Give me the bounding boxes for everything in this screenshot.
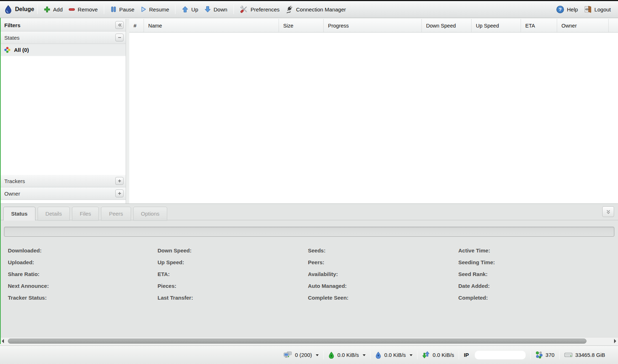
column-header-size[interactable]: Size (279, 19, 324, 32)
field-eta: ETA: (158, 268, 308, 280)
tab-files[interactable]: Files (72, 207, 99, 221)
pause-icon (110, 6, 117, 13)
statusbar-separator (370, 351, 371, 359)
toolbar-separator (233, 5, 234, 14)
field-availability: Availability: (308, 268, 458, 280)
download-speed-icon (328, 351, 334, 359)
field-complete-seen: Complete Seen: (308, 292, 458, 304)
preferences-button[interactable]: Preferences (237, 4, 283, 15)
column-header-progress[interactable]: Progress (324, 19, 422, 32)
caret-down-icon (316, 354, 319, 358)
scrollbar-thumb[interactable] (8, 339, 586, 344)
ip-label: IP (464, 352, 469, 358)
tab-status[interactable]: Status (3, 207, 35, 221)
filters-panel-header: Filters (0, 19, 126, 31)
tab-options[interactable]: Options (133, 207, 168, 221)
minus-icon (117, 35, 122, 40)
status-progress-wrap (4, 227, 614, 237)
help-label: Help (567, 6, 578, 13)
collapse-details-button[interactable] (602, 206, 614, 217)
double-chevron-down-icon (606, 209, 611, 214)
dht-nodes-value: 370 (546, 352, 555, 358)
field-last-transfer: Last Transfer: (158, 292, 308, 304)
logout-button[interactable]: Logout (581, 4, 614, 15)
field-completed: Completed: (458, 292, 618, 304)
deluge-logo-icon (4, 5, 12, 14)
status-fields: Downloaded: Down Speed: Seeds: Active Ti… (0, 245, 618, 304)
connection-manager-label: Connection Manager (296, 6, 346, 13)
owner-section-header[interactable]: Owner (0, 187, 126, 200)
connections-value: 0 (200) (295, 352, 312, 358)
protocol-traffic-item: 0.0 KiB/s (422, 351, 454, 359)
add-button[interactable]: Add (41, 5, 66, 14)
ip-item: IP (464, 351, 525, 359)
svg-text:?: ? (559, 7, 562, 12)
field-seeding-time: Seeding Time: (458, 256, 618, 268)
resume-button[interactable]: Resume (137, 5, 172, 14)
upload-speed-item[interactable]: 0.0 KiB/s (375, 351, 412, 359)
horizontal-scrollbar (0, 337, 618, 344)
collapse-sidebar-button[interactable] (115, 21, 124, 29)
download-speed-item[interactable]: 0.0 KiB/s (328, 351, 366, 359)
expand-owner-button[interactable] (115, 190, 124, 197)
left-green-edge (0, 18, 1, 344)
caret-down-icon (410, 354, 412, 358)
trackers-section-header[interactable]: Trackers (0, 175, 126, 187)
details-panel: Status Details Files Peers Options Downl… (0, 203, 618, 344)
statusbar: 0 (200) 0.0 KiB/s 0.0 KiB/s (0, 345, 618, 364)
column-header-downspeed[interactable]: Down Speed (422, 19, 472, 32)
filter-item-all[interactable]: All (0) (0, 44, 126, 56)
field-seeds: Seeds: (308, 245, 458, 256)
column-header-name[interactable]: Name (144, 19, 279, 32)
torrent-progressbar (4, 227, 614, 237)
statusbar-separator (530, 351, 531, 359)
up-label: Up (191, 6, 198, 13)
states-section-header[interactable]: States (0, 31, 126, 44)
torrent-table-header: # Name Size Progress Down Speed Up Speed… (129, 19, 618, 33)
field-up-speed: Up Speed: (158, 256, 308, 268)
sidebar-splitter[interactable] (126, 19, 129, 203)
tab-peers[interactable]: Peers (101, 207, 131, 221)
column-header-filler (609, 19, 618, 32)
torrent-table: # Name Size Progress Down Speed Up Speed… (129, 19, 618, 203)
column-header-number[interactable]: # (129, 19, 144, 32)
queue-up-button[interactable]: Up (179, 4, 201, 14)
field-tracker-status: Tracker Status: (8, 292, 158, 304)
toolbar-separator (104, 5, 104, 14)
column-header-eta[interactable]: ETA (521, 19, 557, 32)
remove-button[interactable]: Remove (66, 5, 101, 14)
field-seed-rank: Seed Rank: (458, 268, 618, 280)
collapse-states-button[interactable] (115, 34, 124, 41)
connection-manager-button[interactable]: Connection Manager (283, 4, 349, 15)
connections-item[interactable]: 0 (200) (284, 351, 319, 358)
scroll-right-icon[interactable] (614, 339, 616, 343)
details-tabstrip: Status Details Files Peers Options (0, 204, 618, 220)
expand-trackers-button[interactable] (115, 177, 124, 185)
column-header-upspeed[interactable]: Up Speed (472, 19, 521, 32)
column-header-owner[interactable]: Owner (557, 19, 609, 32)
pause-button[interactable]: Pause (107, 5, 137, 14)
up-icon (182, 6, 189, 13)
field-down-speed: Down Speed: (158, 245, 308, 256)
field-auto-managed: Auto Managed: (308, 280, 458, 292)
queue-down-button[interactable]: Down (201, 4, 230, 14)
statusbar-separator (559, 351, 560, 359)
field-share-ratio: Share Ratio: (8, 268, 158, 280)
filters-sidebar: Filters States All (0) (0, 19, 126, 203)
preferences-label: Preferences (251, 6, 280, 13)
dht-nodes-icon (535, 351, 543, 359)
connection-manager-icon (285, 5, 294, 13)
sidebar-bottom-fill (0, 200, 126, 203)
free-space-value: 33465.8 GiB (575, 352, 605, 358)
upload-speed-value: 0.0 KiB/s (384, 352, 406, 358)
tab-details[interactable]: Details (38, 207, 70, 221)
help-button[interactable]: ? Help (553, 4, 581, 15)
statusbar-separator (417, 351, 417, 359)
toolbar-separator (37, 5, 38, 14)
remove-icon (68, 6, 75, 13)
filters-title: Filters (4, 22, 20, 28)
states-list-area (0, 56, 126, 175)
all-states-icon (4, 47, 10, 53)
logout-icon (584, 5, 592, 13)
scroll-left-icon[interactable] (2, 339, 4, 343)
